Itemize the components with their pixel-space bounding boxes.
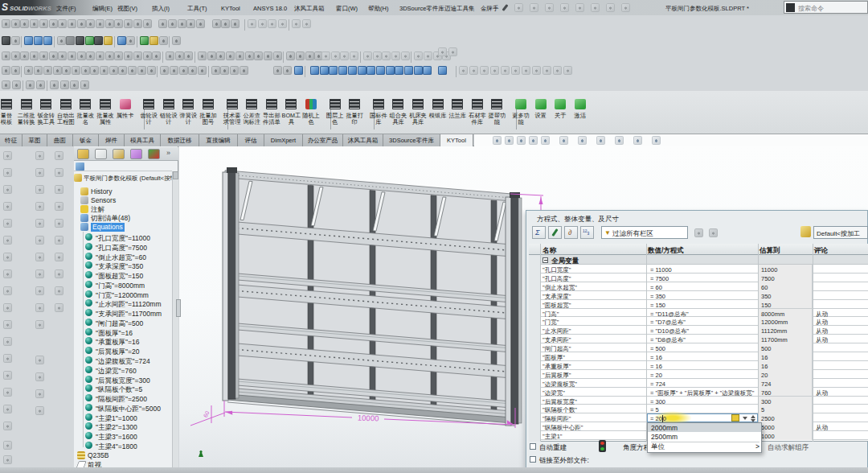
svg-text:10000: 10000 [358, 413, 379, 422]
svg-text:60: 60 [203, 410, 211, 418]
